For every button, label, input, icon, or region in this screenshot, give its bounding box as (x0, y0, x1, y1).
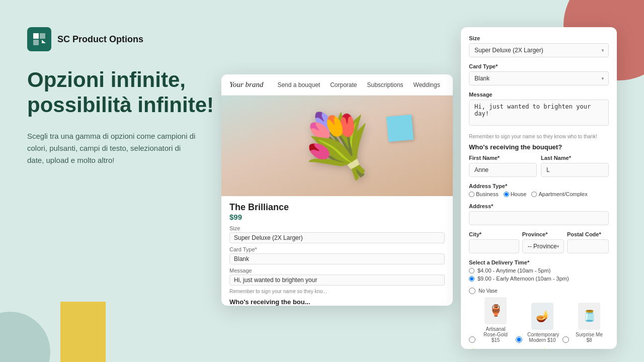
card-product-price: $99 (229, 213, 445, 221)
address-type-apartment[interactable]: Apartment/Complex (531, 191, 587, 197)
options-panel: Size Super Deluxe (2X Larger) Card Type*… (461, 27, 617, 349)
card-nav-item-1[interactable]: Send a bouquet (277, 81, 320, 88)
no-vase-label: No Vase (478, 288, 498, 294)
last-name-input[interactable] (541, 163, 609, 177)
city-label: City* (469, 231, 519, 237)
card-type-group: Card Type* Blank (469, 63, 609, 85)
vase-surprise-label: Surprise Me $8 (574, 332, 604, 343)
province-select[interactable]: -- Province -- (522, 239, 564, 253)
card-hint: Remember to sign your name so they kno..… (229, 289, 445, 294)
card-nav-item-3[interactable]: Subscriptions (367, 81, 404, 88)
address-type-house[interactable]: House (504, 191, 527, 197)
vase1-radio[interactable] (469, 336, 475, 343)
vase-artisanal: 🏺 Artisanal Rose-Gold $15 (480, 297, 511, 343)
address-group: Address* (469, 203, 609, 225)
delivery-anytime-label: $4.00 - Anytime (10am - 5pm) (477, 267, 551, 274)
svg-rect-2 (33, 40, 39, 45)
vase-contemporary-img: 🪔 (531, 303, 553, 330)
form-hint: Remember to sign your name so they know … (469, 134, 609, 139)
postal-group: Postal Code* (567, 231, 609, 253)
first-name-group: First Name* (469, 155, 537, 177)
brand-name-label: SC Product Options (57, 34, 143, 45)
card-cardtype-value: Blank (229, 253, 445, 264)
addr-business-radio[interactable] (469, 192, 474, 197)
card-size-label: Size (229, 225, 445, 231)
card-receiving-title: Who's receiving the bou... (229, 298, 445, 306)
card-cardtype-label: Card Type* (229, 246, 445, 252)
size-select[interactable]: Super Deluxe (2X Larger) (469, 43, 609, 57)
postal-input[interactable] (567, 239, 609, 253)
delivery-early-label: $9.00 - Early Afternoon (10am - 3pm) (477, 276, 569, 282)
card-type-label: Card Type* (469, 63, 609, 69)
card-size-row: Size Super Deluxe (2X Larger) (229, 225, 445, 243)
card-nav-item-4[interactable]: Weddings (414, 81, 440, 88)
address-type-row: Business House Apartment/Complex (469, 191, 609, 197)
card-nav-item-2[interactable]: Corporate (330, 81, 357, 88)
delivery-options: $4.00 - Anytime (10am - 5pm) $9.00 - Ear… (469, 267, 609, 282)
province-select-wrapper: -- Province -- (522, 239, 564, 253)
svg-rect-0 (33, 33, 39, 39)
addr-house-radio[interactable] (504, 192, 509, 197)
vase-radio-group (469, 336, 475, 343)
no-vase-radio[interactable] (469, 288, 475, 294)
last-name-group: Last Name* (541, 155, 609, 177)
delivery-group: Select a Delivery Time* $4.00 - Anytime … (469, 259, 609, 282)
province-group: Province* -- Province -- (522, 231, 564, 253)
brand-header: SC Product Options (27, 27, 218, 51)
vase-artisanal-label: Artisanal Rose-Gold $15 (480, 326, 511, 343)
deco-rect-bottom (60, 302, 106, 362)
message-label: Message (469, 92, 609, 98)
size-label: Size (469, 35, 609, 41)
name-row: First Name* Last Name* (469, 155, 609, 183)
delivery-option-early: $9.00 - Early Afternoon (10am - 3pm) (469, 276, 609, 282)
card-product-title: The Brilliance (229, 202, 445, 213)
first-name-input[interactable] (469, 163, 537, 177)
card-cardtype-row: Card Type* Blank (229, 246, 445, 264)
left-panel: SC Product Options Opzioni infinite, pos… (27, 27, 218, 166)
hero-subtext: Scegli tra una gamma di opzioni come cam… (27, 130, 198, 166)
card-nav: Your brand Send a bouquet Corporate Subs… (221, 74, 453, 96)
flower-image: 💐 (299, 111, 375, 182)
delivery-label: Select a Delivery Time* (469, 259, 609, 265)
city-row: City* Province* -- Province -- Postal Co… (469, 231, 609, 259)
vase2-radio-wrapper (516, 336, 522, 343)
vase-no-vase-row: No Vase (469, 288, 609, 294)
vase-surprise: 🫙 Surprise Me $8 (574, 303, 604, 343)
receiving-title: Who's receiving the bouquet? (469, 143, 609, 151)
card-type-select-wrapper: Blank (469, 71, 609, 85)
province-label: Province* (522, 231, 564, 237)
vase-artisanal-img: 🏺 (485, 297, 507, 324)
card-message-label: Message (229, 267, 445, 274)
extras-title: ⭐Make it extra special⭐ (469, 348, 609, 349)
svg-rect-1 (40, 33, 45, 39)
vase-row: 🏺 Artisanal Rose-Gold $15 🪔 Contemporary… (469, 297, 609, 343)
size-select-wrapper: Super Deluxe (2X Larger) (469, 43, 609, 57)
address-type-label: Address Type* (469, 183, 609, 189)
card-type-select[interactable]: Blank (469, 71, 609, 85)
delivery-anytime-radio[interactable] (469, 268, 474, 274)
address-type-business[interactable]: Business (469, 191, 499, 197)
delivery-early-radio[interactable] (469, 276, 474, 282)
message-group: Message Hi, just wanted to brighten your… (469, 92, 609, 128)
delivery-option-anytime: $4.00 - Anytime (10am - 5pm) (469, 267, 609, 274)
address-input[interactable] (469, 211, 609, 225)
card-message-value: Hi, just wanted to brighten your (229, 275, 445, 286)
message-textarea[interactable]: Hi, just wanted to brighten your day! (469, 100, 609, 126)
vase-contemporary: 🪔 Contemporary Modern $10 (527, 303, 557, 343)
last-name-label: Last Name* (541, 155, 609, 161)
vase3-radio[interactable] (562, 336, 569, 343)
card-brand-script: Your brand (229, 80, 263, 89)
sticky-note (386, 115, 414, 142)
flower-background: 💐 (221, 96, 453, 196)
card-message-row: Message Hi, just wanted to brighten your (229, 267, 445, 286)
card-size-value: Super Deluxe (2X Larger) (229, 232, 445, 243)
addr-apartment-radio[interactable] (531, 192, 537, 197)
product-card: Your brand Send a bouquet Corporate Subs… (221, 74, 453, 306)
address-label: Address* (469, 203, 609, 209)
address-type-group: Address Type* Business House Apartment/C… (469, 183, 609, 197)
size-group: Size Super Deluxe (2X Larger) (469, 35, 609, 57)
city-input[interactable] (469, 239, 519, 253)
hero-headline: Opzioni infinite, possibilità infinite! (27, 67, 218, 118)
vase2-radio[interactable] (516, 336, 522, 343)
vase-contemporary-label: Contemporary Modern $10 (527, 332, 557, 343)
